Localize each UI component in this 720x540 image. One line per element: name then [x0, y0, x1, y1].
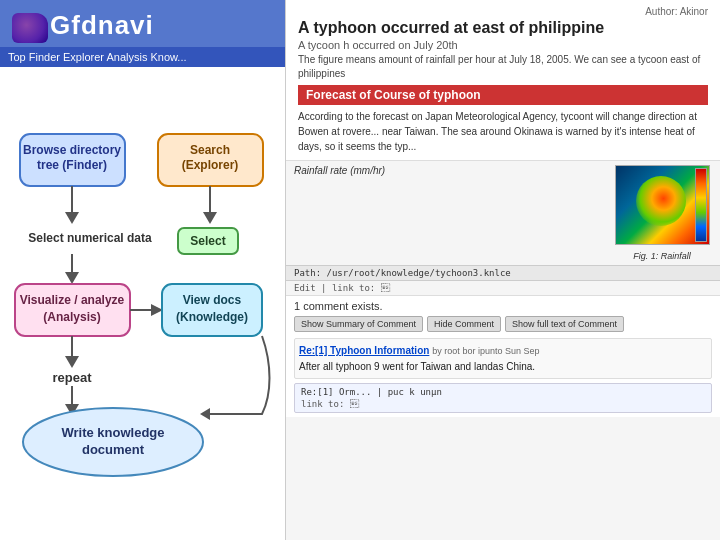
comment-body: After all typhoon 9 went for Taiwan and …	[299, 361, 535, 372]
comment-date: bor ipunto Sun Sep	[462, 346, 539, 356]
nav-bar[interactable]: Top Finder Explorer Analysis Know...	[0, 47, 285, 67]
doc-title: A typhoon occurred at east of philippine	[298, 19, 708, 37]
comment-author: by root	[432, 346, 460, 356]
reply-links: link to: 	[301, 399, 705, 409]
radar-image	[615, 165, 710, 245]
show-full-button[interactable]: Show full text of Comment	[505, 316, 624, 332]
svg-text:Write knowledge: Write knowledge	[61, 425, 164, 440]
right-panel: Author: Akinor A typhoon occurred at eas…	[285, 0, 720, 540]
app-logo-icon	[12, 13, 48, 43]
svg-text:Search: Search	[190, 143, 230, 157]
svg-text:document: document	[82, 442, 145, 457]
svg-text:Browse directory: Browse directory	[23, 143, 121, 157]
app-logo-text: Gfdnavi	[50, 10, 154, 41]
rainfall-label: Rainfall rate (mm/hr)	[294, 165, 604, 176]
flow-diagram: Browse directory tree (Finder) Search (E…	[0, 67, 285, 540]
comment-buttons: Show Summary of Comment Hide Comment Sho…	[294, 316, 712, 332]
path-bar: Path: /usr/root/knowledge/tychoon3.knlce	[286, 265, 720, 281]
reply-text: Re:[1] Orm... | puc k unµn	[301, 387, 442, 397]
doc-author: Author: Akinor	[298, 6, 708, 17]
fig-caption: Fig. 1: Rainfall	[633, 251, 691, 261]
svg-text:tree (Finder): tree (Finder)	[37, 158, 107, 172]
doc-links: Edit | link to: 	[294, 283, 390, 293]
comment-count: 1 comment exists.	[294, 300, 712, 312]
reply-section: Re:[1] Orm... | puc k unµn link to: 	[294, 383, 712, 413]
doc-subtitle: A tycoon h occurred on July 20th	[298, 39, 708, 51]
doc-header: Author: Akinor A typhoon occurred at eas…	[286, 0, 720, 161]
svg-marker-31	[200, 408, 210, 420]
svg-text:Visualize / analyze: Visualize / analyze	[20, 293, 125, 307]
svg-marker-9	[203, 212, 217, 224]
flow-svg: Browse directory tree (Finder) Search (E…	[10, 124, 275, 484]
forecast-text: According to the forecast on Japan Meteo…	[298, 105, 708, 156]
svg-marker-7	[65, 212, 79, 224]
comment-link[interactable]: Re:[1] Typhoon Information	[299, 345, 429, 356]
doc-description: The figure means amount of rainfall per …	[298, 53, 708, 81]
radar-circle	[636, 176, 686, 226]
doc-image-col: Fig. 1: Rainfall	[612, 165, 712, 261]
comment-section: 1 comment exists. Show Summary of Commen…	[286, 295, 720, 417]
left-panel: Gfdnavi Top Finder Explorer Analysis Kno…	[0, 0, 285, 540]
svg-text:(Knowledge): (Knowledge)	[176, 310, 248, 324]
hide-comment-button[interactable]: Hide Comment	[427, 316, 501, 332]
doc-body: Rainfall rate (mm/hr) Fig. 1: Rainfall	[286, 161, 720, 265]
svg-marker-14	[65, 272, 79, 284]
forecast-header: Forecast of Course of typhoon	[298, 85, 708, 105]
radar-scale	[695, 168, 707, 242]
svg-text:(Explorer): (Explorer)	[182, 158, 239, 172]
comment-entry: Re:[1] Typhoon Information by root bor i…	[294, 338, 712, 379]
doc-text-col: Rainfall rate (mm/hr)	[294, 165, 604, 261]
svg-text:View docs: View docs	[183, 293, 242, 307]
svg-text:Select numerical data: Select numerical data	[28, 231, 152, 245]
svg-text:repeat: repeat	[52, 370, 92, 385]
svg-text:(Analysis): (Analysis)	[43, 310, 100, 324]
logo-area: Gfdnavi	[0, 0, 285, 47]
links-bar: Edit | link to: 	[286, 281, 720, 295]
svg-text:Select: Select	[190, 234, 225, 248]
nav-items: Top Finder Explorer Analysis Know...	[8, 51, 187, 63]
show-summary-button[interactable]: Show Summary of Comment	[294, 316, 423, 332]
svg-marker-24	[65, 356, 79, 368]
doc-path: Path: /usr/root/knowledge/tychoon3.knlce	[294, 268, 511, 278]
